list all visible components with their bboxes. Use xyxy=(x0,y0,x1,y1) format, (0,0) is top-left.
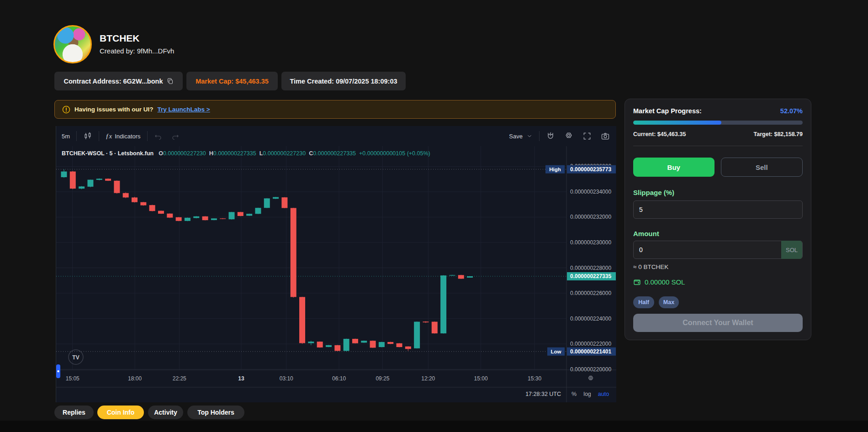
panel-divider xyxy=(633,146,803,146)
contract-address-text: Contract Address: 6G2W...bonk xyxy=(64,78,163,85)
chart-clock: 17:28:32 UTC xyxy=(481,391,561,397)
chart-toolbar: 5m ƒx Indicators xyxy=(56,126,616,146)
fx-icon: ƒx xyxy=(106,132,112,140)
svg-text:15:30: 15:30 xyxy=(528,375,541,382)
token-creator: Created by: 9fMh...DFvh xyxy=(100,47,174,55)
max-button[interactable]: Max xyxy=(659,296,679,308)
copy-icon[interactable] xyxy=(167,78,174,84)
trade-panel: Market Cap Progress: 52.07% Current: $45… xyxy=(625,99,811,340)
svg-text:0.000000232000: 0.000000232000 xyxy=(570,214,611,220)
svg-text:09:25: 09:25 xyxy=(376,375,389,382)
magnet-icon xyxy=(546,132,555,141)
gear-icon xyxy=(564,132,573,141)
tab-top-holders[interactable]: Top Holders xyxy=(187,406,244,419)
candlestick-chart-canvas[interactable]: 0.0000002360000.0000002340000.0000002320… xyxy=(56,146,616,402)
magnet-button[interactable] xyxy=(541,129,560,143)
target-mcap: Target: $82,158.79 xyxy=(754,131,803,137)
warning-icon xyxy=(62,105,70,114)
sol-balance-text: 0.00000 SOL xyxy=(645,278,685,286)
svg-text:0.000000224000: 0.000000224000 xyxy=(570,316,611,322)
chevron-down-icon xyxy=(526,133,533,139)
approx-conversion: ≈ 0 BTCHEK xyxy=(633,263,668,270)
buy-button[interactable]: Buy xyxy=(633,158,715,177)
svg-text:18:00: 18:00 xyxy=(128,375,142,382)
log-scale-button[interactable]: log xyxy=(583,391,591,397)
svg-text:06:10: 06:10 xyxy=(332,375,346,382)
token-avatar xyxy=(53,25,92,63)
indicators-button[interactable]: ƒx Indicators xyxy=(101,129,145,143)
save-label: Save xyxy=(509,133,523,140)
svg-text:TV: TV xyxy=(72,354,79,361)
svg-text:0.000000228000: 0.000000228000 xyxy=(570,265,611,271)
price-chart[interactable]: 0.0000002360000.0000002340000.0000002320… xyxy=(56,146,616,402)
chart-type-button[interactable] xyxy=(79,129,97,143)
chart-settings-button[interactable] xyxy=(560,129,578,143)
amount-input[interactable] xyxy=(633,241,803,259)
market-cap-text: Market Cap: $45,463.35 xyxy=(196,78,269,85)
candles-icon xyxy=(83,132,92,141)
svg-text:13: 13 xyxy=(238,375,244,382)
svg-text:15:05: 15:05 xyxy=(66,375,79,382)
page: BTCHEK Created by: 9fMh...DFvh Contract … xyxy=(0,0,868,432)
amount-label: Amount xyxy=(633,230,659,237)
svg-text:0.000000221401: 0.000000221401 xyxy=(570,348,611,355)
progress-bar xyxy=(633,121,803,125)
indicators-label: Indicators xyxy=(115,133,140,140)
half-button[interactable]: Half xyxy=(633,296,654,308)
progress-percent: 52.07% xyxy=(780,107,803,115)
time-axis-gear-icon xyxy=(587,375,594,382)
tab-replies[interactable]: Replies xyxy=(54,406,94,419)
svg-text:High: High xyxy=(549,167,561,172)
market-cap-pill: Market Cap: $45,463.35 xyxy=(186,72,278,90)
tab-coin-info[interactable]: Coin Info xyxy=(97,406,144,419)
svg-text:03:10: 03:10 xyxy=(280,375,293,382)
redo-button[interactable] xyxy=(167,129,184,143)
current-mcap: Current: $45,463.35 xyxy=(633,131,686,137)
interval-button[interactable]: 5m xyxy=(57,129,74,143)
toolbar-divider xyxy=(147,131,148,141)
undo-icon xyxy=(154,132,162,140)
save-button[interactable]: Save xyxy=(504,129,537,143)
snapshot-button[interactable] xyxy=(596,129,614,143)
svg-text:22:25: 22:25 xyxy=(173,375,186,382)
percent-scale-button[interactable]: % xyxy=(572,391,577,397)
fullscreen-button[interactable] xyxy=(578,129,596,143)
ui-issue-banner: Having issues with our UI? Try LaunchLab… xyxy=(54,100,616,119)
connect-wallet-button[interactable]: Connect Your Wallet xyxy=(633,314,803,332)
sell-button[interactable]: Sell xyxy=(721,158,803,177)
slippage-input[interactable] xyxy=(633,200,803,219)
scale-mode-buttons: % log auto xyxy=(572,391,609,397)
auto-scale-button[interactable]: auto xyxy=(598,391,609,397)
wallet-icon xyxy=(633,278,641,286)
svg-text:15:00: 15:00 xyxy=(474,375,488,382)
svg-text:0.000000230000: 0.000000230000 xyxy=(570,239,611,246)
time-created-text: Time Created: 09/07/2025 18:09:03 xyxy=(290,78,397,85)
svg-text:0.000000226000: 0.000000226000 xyxy=(570,290,611,296)
contract-address-pill[interactable]: Contract Address: 6G2W...bonk xyxy=(54,72,183,90)
svg-text:12:20: 12:20 xyxy=(421,375,435,382)
banner-message: Having issues with our UI? xyxy=(74,106,153,113)
chart-section: 5m ƒx Indicators xyxy=(56,126,616,402)
time-created-pill: Time Created: 09/07/2025 18:09:03 xyxy=(281,72,406,90)
wallet-balance: 0.00000 SOL xyxy=(633,278,685,286)
toolbar-divider xyxy=(539,131,540,141)
svg-text:0.000000220000: 0.000000220000 xyxy=(570,366,611,373)
tab-activity[interactable]: Activity xyxy=(148,406,183,419)
svg-text:Low: Low xyxy=(551,349,561,354)
svg-text:0.000000227335: 0.000000227335 xyxy=(570,273,611,279)
svg-text:0.000000234000: 0.000000234000 xyxy=(570,189,611,195)
amount-unit-tag: SOL xyxy=(781,241,802,259)
progress-label: Market Cap Progress: xyxy=(633,107,702,115)
redo-icon xyxy=(171,132,180,140)
undo-button[interactable] xyxy=(149,129,167,143)
token-name: BTCHEK xyxy=(100,33,140,44)
footer-strip xyxy=(0,421,868,432)
slippage-label: Slippage (%) xyxy=(633,189,674,196)
toolbar-divider xyxy=(76,131,77,141)
time-axis-settings-button[interactable] xyxy=(587,375,594,384)
toolbar-divider xyxy=(99,131,99,141)
svg-text:0.000000235773: 0.000000235773 xyxy=(570,166,611,173)
svg-text:0.000000222000: 0.000000222000 xyxy=(570,341,611,347)
launchlabs-link[interactable]: Try LaunchLabs > xyxy=(158,106,210,113)
camera-icon xyxy=(601,132,610,141)
